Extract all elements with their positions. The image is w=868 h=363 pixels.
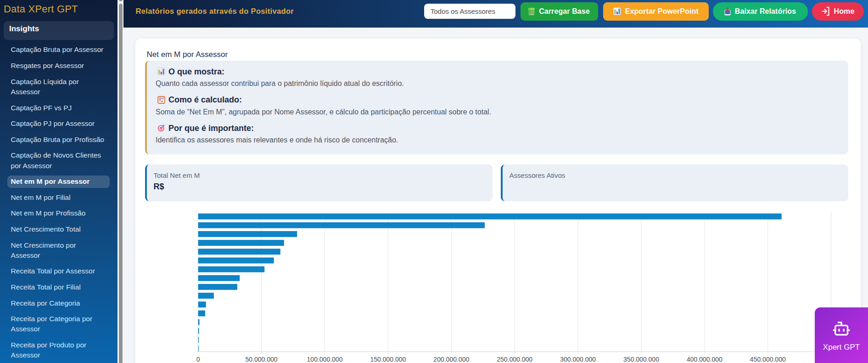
svg-text:450.000.000: 450.000.000 <box>750 356 786 363</box>
svg-text:250.000.000: 250.000.000 <box>497 356 532 363</box>
svg-text:350.000.000: 350.000.000 <box>623 356 659 363</box>
svg-text:300.000.000: 300.000.000 <box>560 356 596 363</box>
svg-text:150.000.000: 150.000.000 <box>370 356 406 363</box>
svg-text:400.000.000: 400.000.000 <box>687 356 722 363</box>
svg-text:100.000.000: 100.000.000 <box>307 356 343 363</box>
svg-text:0: 0 <box>196 356 200 363</box>
svg-text:200.000.000: 200.000.000 <box>433 356 469 363</box>
svg-text:50.000.000: 50.000.000 <box>246 356 278 363</box>
